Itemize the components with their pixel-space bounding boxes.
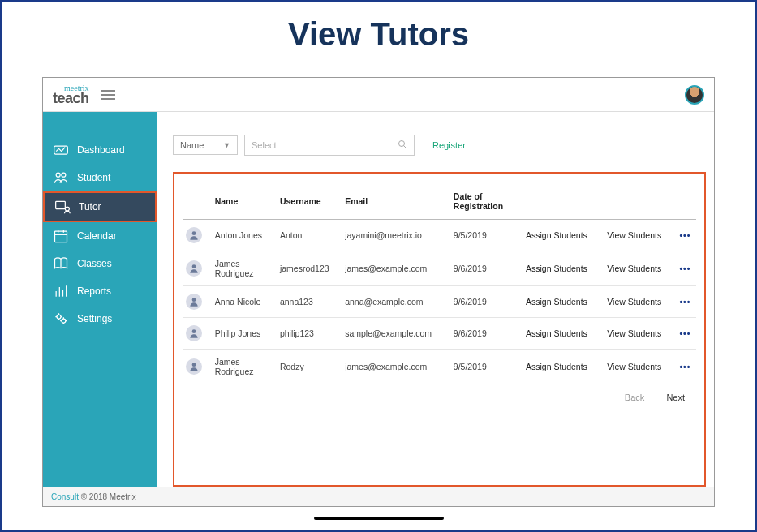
logo: meetrix teach	[53, 81, 89, 108]
more-icon[interactable]: •••	[679, 297, 690, 307]
svg-point-4	[65, 207, 69, 211]
tutors-table: Name Username Email Date of Registration…	[183, 187, 696, 384]
table-row: Philip Jonesphilip123sample@example.com9…	[183, 318, 696, 350]
svg-rect-5	[55, 231, 67, 242]
settings-icon	[53, 312, 69, 325]
cell-date: 9/5/2019	[450, 350, 523, 384]
filter-dropdown[interactable]: Name ▼	[173, 135, 238, 155]
row-avatar-icon	[186, 358, 202, 375]
cell-email: sample@example.com	[342, 318, 450, 350]
svg-point-21	[192, 329, 196, 333]
cell-date: 9/6/2019	[450, 286, 523, 318]
cell-name: James Rodriguez	[212, 251, 277, 286]
search-placeholder: Select	[252, 140, 277, 150]
hamburger-icon[interactable]	[101, 90, 115, 100]
view-students-link[interactable]: View Students	[607, 230, 661, 240]
assign-students-link[interactable]: Assign Students	[526, 264, 587, 273]
tutor-icon	[54, 200, 71, 213]
cell-email: anna@example.com	[342, 286, 450, 318]
sidebar-item-settings[interactable]: Settings	[43, 305, 157, 332]
reports-icon	[53, 285, 69, 298]
cell-name: Anna Nicole	[212, 286, 277, 318]
home-indicator	[314, 517, 444, 520]
search-input[interactable]: Select	[244, 135, 415, 156]
assign-students-link[interactable]: Assign Students	[526, 328, 587, 338]
svg-point-2	[62, 173, 66, 177]
row-avatar-icon	[186, 325, 202, 341]
svg-point-16	[399, 141, 405, 147]
sidebar-item-reports[interactable]: Reports	[43, 277, 157, 305]
app-body: DashboardStudentTutorCalendarClassesRepo…	[43, 112, 714, 487]
tutors-table-wrap: Name Username Email Date of Registration…	[173, 172, 706, 487]
more-icon[interactable]: •••	[679, 328, 690, 338]
pager: Back Next	[183, 384, 696, 405]
dashboard-icon	[53, 144, 69, 157]
view-students-link[interactable]: View Students	[607, 264, 661, 273]
table-row: Anton JonesAntonjayamini@meetrix.io9/5/2…	[183, 220, 696, 251]
cell-username: jamesrod123	[277, 251, 342, 286]
assign-students-link[interactable]: Assign Students	[526, 297, 587, 307]
chevron-down-icon: ▼	[223, 141, 230, 149]
pager-back[interactable]: Back	[625, 393, 644, 402]
table-row: James Rodriguezjamesrod123james@example.…	[183, 251, 696, 286]
assign-students-link[interactable]: Assign Students	[526, 362, 587, 371]
more-icon[interactable]: •••	[679, 362, 690, 371]
row-avatar-icon	[186, 260, 202, 277]
svg-point-1	[56, 173, 60, 177]
sidebar-item-student[interactable]: Student	[43, 164, 157, 191]
search-icon	[398, 139, 407, 151]
svg-point-19	[192, 264, 196, 268]
sidebar-item-label: Tutor	[79, 201, 101, 212]
sidebar: DashboardStudentTutorCalendarClassesRepo…	[43, 112, 157, 487]
cell-username: Rodzy	[277, 350, 342, 384]
sidebar-item-label: Calendar	[77, 230, 117, 242]
svg-point-15	[62, 319, 66, 323]
sidebar-item-dashboard[interactable]: Dashboard	[43, 136, 157, 164]
logo-bottom: teach	[53, 92, 89, 105]
sidebar-item-tutor[interactable]: Tutor	[43, 191, 157, 222]
table-row: James RodriguezRodzyjames@example.com9/5…	[183, 350, 696, 384]
cell-name: James Rodriguez	[212, 350, 277, 384]
cell-username: philip123	[277, 318, 342, 350]
svg-point-20	[192, 298, 196, 302]
col-date: Date of Registration	[450, 187, 523, 220]
more-icon[interactable]: •••	[679, 264, 690, 273]
cell-username: anna123	[277, 286, 342, 318]
cell-email: james@example.com	[342, 350, 450, 384]
row-avatar-icon	[186, 227, 202, 243]
main-content: Name ▼ Select Register Name	[157, 112, 714, 487]
cell-name: Anton Jones	[212, 220, 277, 251]
page-title: View Tutors	[2, 2, 755, 61]
pager-next[interactable]: Next	[666, 393, 685, 402]
svg-point-22	[192, 363, 196, 367]
sidebar-item-label: Classes	[77, 258, 112, 269]
assign-students-link[interactable]: Assign Students	[526, 230, 587, 240]
cell-date: 9/5/2019	[450, 220, 523, 251]
classes-icon	[53, 257, 69, 270]
register-link[interactable]: Register	[432, 140, 466, 150]
sidebar-item-classes[interactable]: Classes	[43, 250, 157, 277]
view-students-link[interactable]: View Students	[607, 297, 661, 307]
cell-name: Philip Jones	[212, 318, 277, 350]
svg-point-14	[57, 315, 61, 319]
calendar-icon	[53, 230, 69, 242]
cell-email: james@example.com	[342, 251, 450, 286]
cell-date: 9/6/2019	[450, 251, 523, 286]
app-header: meetrix teach	[43, 78, 714, 112]
sidebar-item-label: Dashboard	[77, 144, 125, 156]
sidebar-item-calendar[interactable]: Calendar	[43, 222, 157, 250]
sidebar-item-label: Student	[77, 172, 110, 183]
view-students-link[interactable]: View Students	[607, 328, 661, 338]
footer-link[interactable]: Consult	[51, 492, 79, 501]
cell-email: jayamini@meetrix.io	[342, 220, 450, 251]
view-students-link[interactable]: View Students	[607, 362, 661, 371]
footer: Consult © 2018 Meetrix	[43, 487, 714, 506]
sidebar-item-label: Settings	[77, 313, 112, 324]
svg-point-18	[192, 231, 196, 235]
more-icon[interactable]: •••	[679, 230, 690, 240]
user-avatar[interactable]	[685, 85, 704, 105]
sidebar-item-label: Reports	[77, 285, 111, 297]
filter-dropdown-label: Name	[180, 140, 204, 150]
row-avatar-icon	[186, 294, 202, 310]
student-icon	[53, 171, 69, 184]
